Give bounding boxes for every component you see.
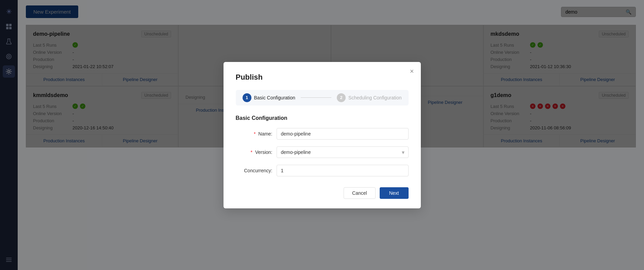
name-label: * Name: [236,131,277,137]
modal-footer: Cancel Next [236,187,409,199]
step-divider [301,97,331,98]
step-2: 2 Scheduling Configuration [337,93,401,102]
version-select-wrapper: demo-pipeline ▾ [277,146,409,158]
step-1: 1 Basic Configuration [243,93,295,102]
next-button[interactable]: Next [380,187,409,199]
step2-label: Scheduling Configuration [348,95,401,100]
concurrency-input[interactable] [277,165,409,176]
name-input[interactable] [277,128,409,140]
step1-number: 1 [243,93,251,102]
cancel-button[interactable]: Cancel [344,187,376,199]
stepper: 1 Basic Configuration 2 Scheduling Confi… [236,90,409,106]
version-select[interactable]: demo-pipeline [277,146,409,158]
modal-title: Publish [236,73,409,82]
version-label: * Version: [236,149,277,155]
version-field-row: * Version: demo-pipeline ▾ [236,146,409,158]
name-required-star: * [254,131,255,137]
modal-overlay: × Publish 1 Basic Configuration 2 Schedu… [0,0,644,270]
modal-close-button[interactable]: × [410,67,414,75]
section-title: Basic Configuration [236,115,409,121]
step2-number: 2 [337,93,346,102]
version-required-star: * [251,149,252,155]
name-field-row: * Name: [236,128,409,140]
concurrency-field-row: Concurrency: [236,165,409,176]
step1-label: Basic Configuration [254,95,295,100]
publish-modal: × Publish 1 Basic Configuration 2 Schedu… [224,62,421,208]
concurrency-label: Concurrency: [236,168,277,173]
